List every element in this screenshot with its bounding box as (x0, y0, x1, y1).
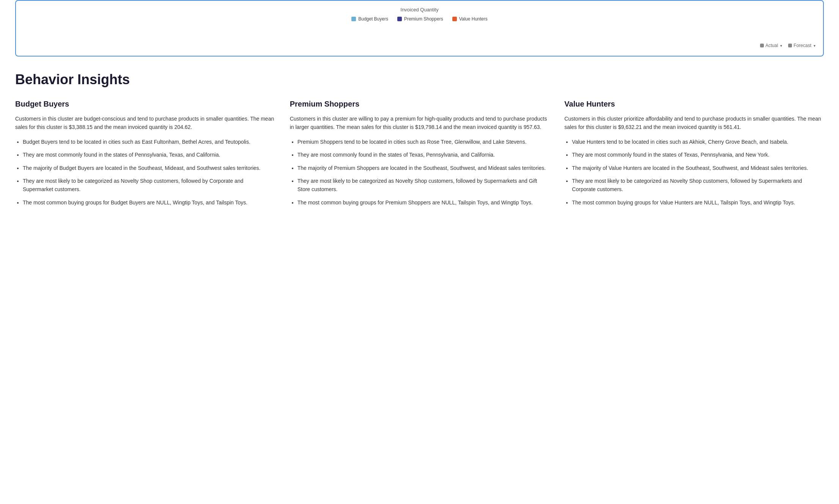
bullet-item: Premium Shoppers tend to be located in c… (298, 138, 549, 146)
legend-label-premium-shoppers: Premium Shoppers (404, 16, 443, 22)
control-dot-actual (760, 44, 764, 47)
control-chevron-forecast: ▾ (814, 44, 815, 48)
bullet-item: The most common buying groups for Value … (572, 198, 824, 207)
legend-label-value-hunters: Value Hunters (459, 16, 488, 22)
bullet-item: They are most likely to be categorized a… (298, 177, 549, 194)
column-title-budget-buyers: Budget Buyers (15, 100, 275, 108)
bullet-item: Budget Buyers tend to be located in citi… (23, 138, 275, 146)
bullet-item: The most common buying groups for Budget… (23, 198, 275, 207)
chart-title: Invoiced Quantity (24, 7, 815, 13)
bullet-list-premium-shoppers: Premium Shoppers tend to be located in c… (290, 138, 549, 207)
column-desc-value-hunters: Customers in this cluster prioritize aff… (564, 115, 824, 132)
bullet-item: They are most likely to be categorized a… (23, 177, 275, 194)
column-title-premium-shoppers: Premium Shoppers (290, 100, 549, 108)
bullet-item: The majority of Premium Shoppers are loc… (298, 164, 549, 172)
control-dot-forecast (788, 44, 792, 47)
bullet-item: They are most commonly found in the stat… (572, 151, 824, 159)
bullet-item: The majority of Budget Buyers are locate… (23, 164, 275, 172)
column-desc-budget-buyers: Customers in this cluster are budget-con… (15, 115, 275, 132)
legend-item-value-hunters: Value Hunters (452, 16, 488, 22)
chart-control-forecast[interactable]: Forecast ▾ (788, 43, 815, 48)
legend-dot-premium-shoppers (397, 17, 402, 21)
legend-item-budget-buyers: Budget Buyers (351, 16, 388, 22)
column-title-value-hunters: Value Hunters (564, 100, 824, 108)
column-desc-premium-shoppers: Customers in this cluster are willing to… (290, 115, 549, 132)
columns-container: Budget BuyersCustomers in this cluster a… (15, 100, 824, 211)
insights-section: Behavior Insights Budget BuyersCustomers… (0, 68, 839, 226)
bullet-item: They are most commonly found in the stat… (23, 151, 275, 159)
legend-label-budget-buyers: Budget Buyers (358, 16, 388, 22)
bullet-list-budget-buyers: Budget Buyers tend to be located in citi… (15, 138, 275, 207)
section-title: Behavior Insights (15, 72, 824, 88)
chart-controls: Actual ▾ Forecast ▾ (24, 43, 815, 48)
bullet-list-value-hunters: Value Hunters tend to be located in citi… (564, 138, 824, 207)
column-premium-shoppers: Premium ShoppersCustomers in this cluste… (290, 100, 549, 211)
bullet-item: The majority of Value Hunters are locate… (572, 164, 824, 172)
chart-area (24, 25, 815, 40)
bullet-item: Value Hunters tend to be located in citi… (572, 138, 824, 146)
column-value-hunters: Value HuntersCustomers in this cluster p… (564, 100, 824, 211)
chart-control-actual[interactable]: Actual ▾ (760, 43, 782, 48)
chart-section: Invoiced Quantity Budget Buyers Premium … (15, 0, 824, 57)
legend-dot-budget-buyers (351, 17, 356, 21)
bullet-item: They are most commonly found in the stat… (298, 151, 549, 159)
control-chevron-actual: ▾ (780, 44, 782, 48)
control-label-actual: Actual (765, 43, 778, 48)
legend-item-premium-shoppers: Premium Shoppers (397, 16, 443, 22)
control-label-forecast: Forecast (793, 43, 811, 48)
bullet-item: The most common buying groups for Premiu… (298, 198, 549, 207)
legend-dot-value-hunters (452, 17, 457, 21)
bullet-item: They are most likely to be categorized a… (572, 177, 824, 194)
column-budget-buyers: Budget BuyersCustomers in this cluster a… (15, 100, 275, 211)
chart-legend: Budget Buyers Premium Shoppers Value Hun… (24, 16, 815, 22)
